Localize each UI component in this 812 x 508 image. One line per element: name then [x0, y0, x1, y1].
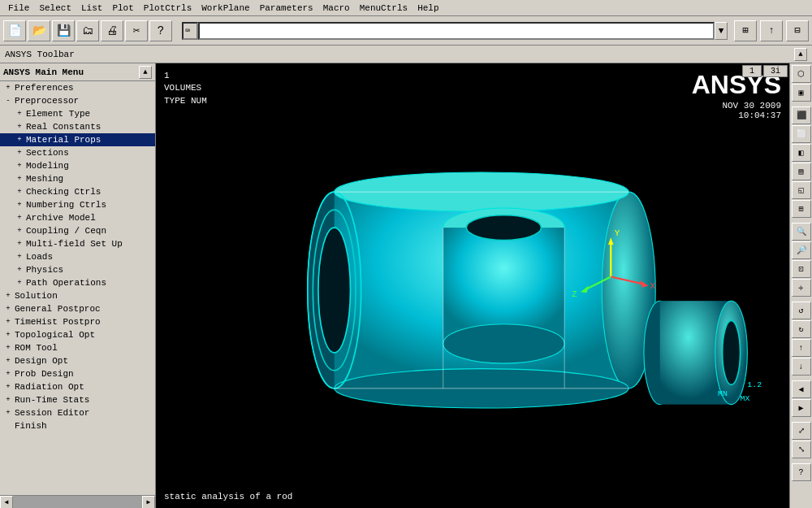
tree-item[interactable]: Finish [0, 419, 155, 432]
command-input[interactable] [198, 22, 715, 40]
tree-item[interactable]: +Sections [0, 146, 155, 159]
tree-expand-icon[interactable]: + [15, 149, 24, 157]
left-panel-expand[interactable]: ▲ [139, 66, 152, 79]
rt-btn-2[interactable]: ⬜ [792, 125, 811, 143]
menu-menuctrls[interactable]: MenuCtrls [355, 2, 412, 15]
tree-expand-icon[interactable]: + [3, 383, 13, 391]
rt-btn-fit[interactable]: ⤢ [792, 422, 811, 440]
save-button[interactable]: 💾 [52, 20, 75, 41]
tree-expand-icon[interactable]: + [15, 227, 24, 235]
viewport[interactable]: 1 3i 1 VOLUMES TYPE NUM ANSYS NOV 30 200… [156, 63, 789, 508]
rt-btn-front[interactable]: ▣ [792, 84, 811, 102]
tree-item[interactable]: +Real Constants [0, 120, 155, 133]
scroll-right-arrow[interactable]: ▶ [142, 496, 155, 509]
tree-item[interactable]: +Radiation Opt [0, 380, 155, 393]
rt-btn-pan[interactable]: ✛ [792, 279, 811, 297]
tree-item[interactable]: -Preprocessor [0, 94, 155, 107]
save2-button[interactable]: 🗂 [76, 20, 99, 41]
menu-select[interactable]: Select [34, 2, 76, 15]
scroll-track[interactable] [13, 496, 142, 509]
tree-expand-icon[interactable]: + [3, 292, 13, 300]
tree-item[interactable]: +Run-Time Stats [0, 393, 155, 406]
menu-list[interactable]: List [76, 2, 107, 15]
tree-item[interactable]: +Numbering Ctrls [0, 198, 155, 211]
rt-btn-6[interactable]: ⊞ [792, 200, 811, 218]
rt-btn-fit2[interactable]: ⤡ [792, 441, 811, 458]
help-toolbar-button[interactable]: ? [149, 20, 172, 41]
viewport-tab-2[interactable]: 3i [763, 65, 788, 77]
menu-file[interactable]: File [3, 2, 34, 15]
view-button-3[interactable]: ⊟ [786, 20, 809, 41]
tree-expand-icon[interactable]: + [15, 188, 24, 196]
rt-btn-iso[interactable]: ⬡ [792, 65, 811, 83]
tree-expand-icon[interactable]: + [3, 331, 13, 339]
tree-item[interactable]: +Modeling [0, 159, 155, 172]
tree-item[interactable]: +Loads [0, 250, 155, 263]
tree-item[interactable]: +Preferences [0, 81, 155, 94]
menu-macro[interactable]: Macro [318, 2, 355, 15]
rt-btn-zoom-in[interactable]: 🔍 [792, 223, 811, 241]
rt-btn-5[interactable]: ◱ [792, 181, 811, 199]
view-button-1[interactable]: ⊞ [734, 20, 757, 41]
tree-expand-icon[interactable]: + [3, 357, 13, 365]
menu-parameters[interactable]: Parameters [255, 2, 318, 15]
tree-item[interactable]: +ROM Tool [0, 341, 155, 354]
tree-item[interactable]: +General Postproc [0, 302, 155, 315]
tree-expand-icon[interactable]: + [15, 175, 24, 183]
tree-expand-icon[interactable]: + [3, 370, 13, 378]
tree-expand-icon[interactable]: + [3, 84, 13, 92]
rt-btn-4[interactable]: ▤ [792, 163, 811, 180]
rt-btn-zoom-out[interactable]: 🔎 [792, 241, 811, 259]
tree-expand-icon[interactable]: + [15, 253, 24, 261]
rt-btn-next-view[interactable]: ▶ [792, 399, 811, 417]
rt-btn-rotate-d[interactable]: ↓ [792, 358, 811, 376]
tree-item[interactable]: +Element Type [0, 107, 155, 120]
tree-expand-icon[interactable]: + [15, 279, 24, 287]
tree-expand-icon[interactable]: + [15, 162, 24, 170]
tree-item[interactable]: +Prob Design [0, 367, 155, 380]
view-button-2[interactable]: ↑ [760, 20, 783, 41]
tree-expand-icon[interactable]: + [3, 344, 13, 352]
menu-plot[interactable]: Plot [107, 2, 138, 15]
tree-item[interactable]: +Design Opt [0, 354, 155, 367]
rt-btn-rotate-l[interactable]: ↺ [792, 302, 811, 319]
tree-expand-icon[interactable]: + [15, 201, 24, 209]
tree-expand-icon[interactable]: - [3, 97, 13, 105]
rt-btn-3[interactable]: ◧ [792, 144, 811, 162]
tree-item[interactable]: +Path Operations [0, 276, 155, 289]
rt-btn-rotate-r[interactable]: ↻ [792, 320, 811, 338]
open-button[interactable]: 📂 [28, 20, 50, 41]
tree-expand-icon[interactable]: + [15, 214, 24, 222]
new-button[interactable]: 📄 [3, 20, 26, 41]
tree-expand-icon[interactable]: + [3, 318, 13, 326]
rt-btn-zoom-box[interactable]: ⊡ [792, 260, 811, 278]
rt-btn-prev-view[interactable]: ◀ [792, 380, 811, 398]
ansys-toolbar-expand[interactable]: ▲ [794, 48, 807, 61]
tree-expand-icon[interactable]: + [15, 266, 24, 274]
viewport-tab-1[interactable]: 1 [742, 65, 762, 77]
menu-help[interactable]: Help [412, 2, 443, 15]
tree-container[interactable]: +Preferences-Preprocessor+Element Type+R… [0, 81, 155, 495]
tree-expand-icon[interactable]: + [3, 305, 13, 313]
scroll-left-arrow[interactable]: ◀ [0, 496, 13, 509]
tree-item[interactable]: +TimeHist Postpro [0, 315, 155, 328]
tree-expand-icon[interactable]: + [15, 110, 24, 118]
tree-expand-icon[interactable]: + [15, 240, 24, 248]
dropdown-arrow[interactable]: ▼ [715, 22, 728, 40]
tree-item[interactable]: +Material Props [0, 133, 155, 146]
tree-item[interactable]: +Solution [0, 289, 155, 302]
bottom-scrollbar[interactable]: ◀ ▶ [0, 495, 155, 508]
menu-workplane[interactable]: WorkPlane [197, 2, 254, 15]
menu-plotctrls[interactable]: PlotCtrls [139, 2, 197, 15]
tree-expand-icon[interactable]: + [3, 409, 13, 417]
tree-item[interactable]: +Multi-field Set Up [0, 237, 155, 250]
print-button[interactable]: 🖨 [101, 20, 123, 41]
cut-button[interactable]: ✂ [125, 20, 148, 41]
tree-item[interactable]: +Session Editor [0, 406, 155, 419]
rt-btn-1[interactable]: ⬛ [792, 106, 811, 124]
tree-item[interactable]: +Meshing [0, 172, 155, 185]
rt-btn-query[interactable]: ? [792, 463, 811, 481]
tree-item[interactable]: +Checking Ctrls [0, 185, 155, 198]
tree-expand-icon[interactable]: + [15, 136, 24, 144]
tree-item[interactable]: +Coupling / Ceqn [0, 224, 155, 237]
